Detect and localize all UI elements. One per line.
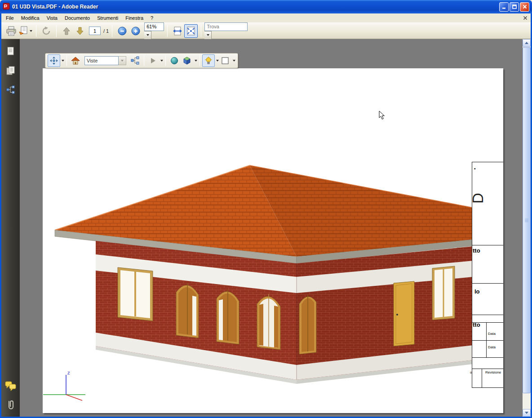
find-dropdown-arrow[interactable] bbox=[204, 31, 212, 40]
scroll-up-button[interactable] bbox=[523, 39, 531, 47]
zoom-in-icon bbox=[131, 26, 141, 36]
titleblock-vertical-text: D bbox=[470, 193, 487, 204]
arrow-down-icon bbox=[525, 412, 528, 414]
previous-page-button[interactable] bbox=[60, 24, 73, 38]
lighting-button[interactable] bbox=[202, 54, 215, 67]
model-tree-icon bbox=[131, 56, 140, 65]
chevron-down-icon[interactable] bbox=[195, 60, 197, 62]
adobe-pdf-icon bbox=[3, 3, 10, 11]
cube-icon bbox=[182, 56, 191, 65]
previous-view-icon bbox=[41, 26, 52, 36]
menu-finestra[interactable]: Finestra bbox=[122, 14, 147, 22]
orbit-icon bbox=[49, 56, 58, 65]
fit-page-icon bbox=[186, 26, 196, 36]
titleblock-bullet: • bbox=[474, 166, 476, 171]
titleblock-row2: lo bbox=[474, 288, 480, 295]
menu-documento[interactable]: Documento bbox=[61, 14, 93, 22]
play-animation-button[interactable] bbox=[146, 54, 159, 67]
background-color-button[interactable] bbox=[219, 54, 231, 67]
print-button[interactable] bbox=[4, 24, 18, 38]
default-view-home-button[interactable] bbox=[69, 54, 82, 67]
views-dropdown-arrow[interactable] bbox=[119, 56, 126, 65]
minimize-button[interactable] bbox=[499, 2, 509, 12]
arched-window-3 bbox=[257, 294, 280, 350]
drawing-titleblock: • D tto lo tto Data Data o Revisione bbox=[472, 68, 503, 413]
zoom-level-combo[interactable]: 61% bbox=[144, 22, 164, 40]
menu-help[interactable]: ? bbox=[147, 14, 157, 22]
model-tree-panel-button[interactable] bbox=[4, 84, 17, 96]
paperclip-icon bbox=[5, 400, 16, 411]
titleblock-row1: tto bbox=[473, 247, 480, 254]
3d-house-model[interactable]: Z bbox=[43, 68, 503, 413]
vertical-scrollbar[interactable] bbox=[523, 39, 531, 417]
pages-icon bbox=[6, 46, 15, 56]
menubar-close-icon[interactable] bbox=[523, 16, 528, 20]
attachments-panel-button[interactable] bbox=[4, 399, 17, 412]
scrollbar-thumb[interactable] bbox=[523, 47, 531, 393]
arched-window-2 bbox=[217, 289, 239, 344]
lamp-icon bbox=[204, 56, 213, 65]
chevron-down-icon[interactable] bbox=[62, 60, 64, 62]
main-toolbar: / 1 61% bbox=[0, 23, 532, 39]
menubar: File Modifica Vista Documento Strumenti … bbox=[0, 13, 532, 23]
titleblock-date2-label: Data bbox=[488, 345, 496, 349]
tree-icon bbox=[6, 85, 16, 95]
arched-window-1 bbox=[176, 283, 199, 338]
mouse-cursor bbox=[379, 111, 385, 120]
titleblock-date1-label: Data bbox=[488, 332, 496, 336]
menu-file[interactable]: File bbox=[2, 14, 18, 22]
maximize-button[interactable] bbox=[510, 2, 519, 12]
play-icon bbox=[149, 57, 157, 65]
chevron-down-icon bbox=[30, 30, 32, 32]
3d-toolbar: Viste bbox=[45, 53, 238, 68]
extra-views-cube-button[interactable] bbox=[181, 54, 193, 67]
window-title: 01 U3D Vista.PDF - Adobe Reader bbox=[12, 4, 498, 10]
find-input[interactable] bbox=[204, 22, 248, 31]
layers-panel-button[interactable] bbox=[4, 64, 17, 77]
titleblock-row3: tto bbox=[473, 321, 480, 328]
views-combo[interactable]: Viste bbox=[84, 56, 126, 65]
document-export-icon bbox=[18, 26, 28, 36]
titleblock-rev-left: o bbox=[470, 370, 472, 374]
navigation-pane bbox=[1, 39, 20, 417]
chevron-down-icon[interactable] bbox=[160, 60, 163, 62]
views-value: Viste bbox=[84, 56, 119, 65]
chevron-down-icon[interactable] bbox=[233, 60, 235, 62]
previous-view-button[interactable] bbox=[40, 24, 53, 38]
render-mode-button[interactable] bbox=[168, 54, 181, 67]
page-total-label: / 1 bbox=[103, 28, 109, 34]
next-page-button[interactable] bbox=[73, 24, 87, 38]
arrow-up-icon bbox=[525, 42, 528, 44]
titlebar[interactable]: 01 U3D Vista.PDF - Adobe Reader bbox=[0, 0, 532, 13]
save-copy-button[interactable] bbox=[18, 24, 33, 38]
comments-panel-button[interactable] bbox=[4, 380, 17, 392]
axis-z-label: Z bbox=[67, 371, 70, 375]
page-number-input[interactable] bbox=[89, 27, 101, 35]
close-button[interactable] bbox=[520, 2, 529, 12]
window-border-left bbox=[0, 13, 1, 418]
menu-strumenti[interactable]: Strumenti bbox=[93, 14, 122, 22]
entry-door bbox=[394, 281, 414, 346]
find-combo[interactable] bbox=[204, 22, 248, 40]
menu-modifica[interactable]: Modifica bbox=[18, 14, 43, 22]
fit-page-button[interactable] bbox=[184, 24, 198, 38]
titleblock-rev-label: Revisione bbox=[485, 370, 501, 374]
arrow-up-icon bbox=[62, 26, 71, 36]
comments-icon bbox=[5, 380, 17, 392]
fit-width-icon bbox=[172, 26, 183, 36]
arrow-down-icon bbox=[75, 26, 85, 36]
home-icon bbox=[71, 56, 80, 65]
rotate-tool-button[interactable] bbox=[48, 54, 60, 67]
scroll-down-button[interactable] bbox=[523, 409, 531, 417]
arched-window-4 bbox=[299, 295, 316, 354]
menu-vista[interactable]: Vista bbox=[43, 14, 61, 22]
pages-panel-button[interactable] bbox=[4, 45, 17, 58]
model-tree-button[interactable] bbox=[129, 54, 142, 67]
axis-triad: Z bbox=[43, 371, 85, 400]
background-color-icon bbox=[221, 56, 230, 65]
zoom-out-button[interactable] bbox=[115, 24, 129, 38]
zoom-dropdown-arrow[interactable] bbox=[144, 31, 151, 40]
fit-width-button[interactable] bbox=[171, 24, 184, 38]
render-mode-icon bbox=[170, 56, 179, 65]
zoom-in-button[interactable] bbox=[129, 24, 142, 38]
